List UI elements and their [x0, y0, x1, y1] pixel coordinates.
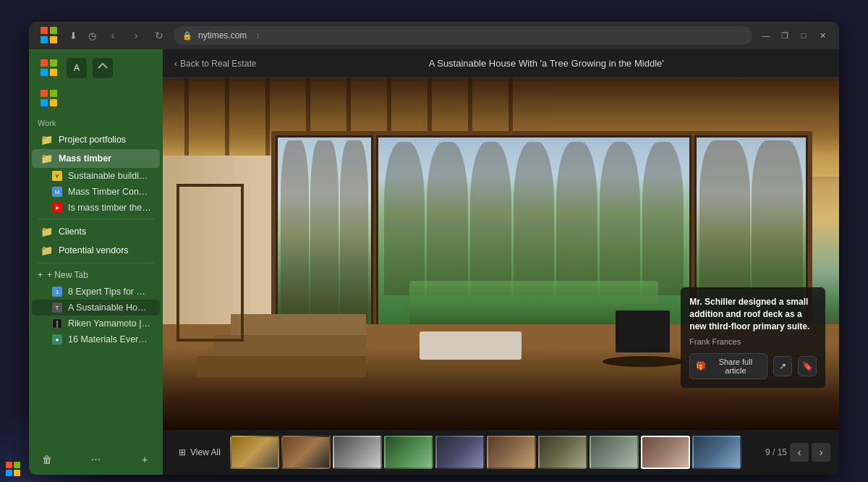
- share-label: Share full article: [710, 358, 761, 375]
- thumbnail-4[interactable]: [384, 436, 433, 469]
- couch: [420, 331, 521, 360]
- browser-window: ⬇ ◷ ‹ › ↻ 🔒 nytimes.com ↕ — ❐ □ ✕: [29, 22, 839, 475]
- main-layout: A: [29, 49, 839, 475]
- gothic-arch: [281, 140, 309, 326]
- sidebar-item-clients[interactable]: 📁 Clients: [32, 222, 160, 241]
- sidebar-item-mass-timber[interactable]: 📁 Mass timber: [32, 149, 160, 168]
- desktop: ⬇ ◷ ‹ › ↻ 🔒 nytimes.com ↕ — ❐ □ ✕: [0, 0, 868, 482]
- win-dot-green: [14, 462, 20, 468]
- sidebar-app-icon-3[interactable]: [93, 58, 113, 78]
- thumbnail-8[interactable]: [590, 436, 639, 469]
- close-button[interactable]: ✕: [814, 28, 830, 43]
- win-dot-red: [6, 462, 12, 468]
- sidebar-recent-tab-expert-tips[interactable]: 1 8 Expert Tips for Stylin...: [32, 284, 160, 300]
- caption-actions: 🎁 Share full article ↗ 🔖: [689, 353, 817, 379]
- folder-icon-vendors: 📁: [41, 245, 53, 256]
- sidebar-divider-1: [38, 219, 154, 219]
- gothic-column: [514, 142, 555, 295]
- caption-overlay: Mr. Schiller designed a small addition a…: [681, 287, 825, 387]
- sidebar-clients-label: Clients: [59, 227, 86, 237]
- stair-3: [231, 314, 366, 335]
- door-frame: [176, 184, 244, 342]
- thumbnail-strip: ⊞ View All: [163, 430, 839, 475]
- folder-icon-clients: 📁: [41, 226, 53, 237]
- refresh-button[interactable]: ↻: [150, 27, 168, 44]
- gothic-arch: [340, 140, 368, 326]
- back-navigation-button[interactable]: ‹: [104, 27, 122, 44]
- bookmark-button[interactable]: 🔖: [798, 356, 817, 376]
- window-controls: — ❐ □ ✕: [758, 28, 830, 43]
- forward-navigation-button[interactable]: ›: [127, 27, 145, 44]
- main-article-image: Mr. Schiller designed a small addition a…: [163, 78, 839, 430]
- recent-tab-label-1: 8 Expert Tips for Stylin...: [68, 287, 151, 297]
- sidebar-trash-button[interactable]: 🗑: [38, 450, 56, 469]
- sidebar-add-button[interactable]: +: [135, 450, 154, 469]
- grid-icon: ⊞: [179, 447, 186, 457]
- sidebar-recent-tab-sustainable-house[interactable]: T A Sustainable House...: [32, 300, 160, 316]
- gothic-column: [556, 142, 597, 295]
- favicon-letter: Y: [55, 173, 59, 179]
- sidebar-more-button[interactable]: ···: [91, 453, 101, 466]
- back-to-real-estate-button[interactable]: ‹ Back to Real Estate: [174, 59, 256, 69]
- caption-author: Frank Frances: [689, 337, 817, 346]
- window-pane-main: [376, 135, 692, 331]
- thumbnail-7[interactable]: [538, 436, 587, 469]
- sidebar-top: A: [29, 49, 163, 87]
- minimize-button[interactable]: —: [758, 28, 774, 43]
- app-icon-colorful[interactable]: [38, 24, 61, 47]
- sidebar-sub-item-mass-timber-constr[interactable]: M Mass Timber Constr...: [32, 184, 160, 200]
- title-bar-left: ⬇ ◷: [38, 24, 98, 47]
- thumbnail-2[interactable]: [281, 436, 331, 469]
- prev-image-button[interactable]: ‹: [790, 443, 809, 462]
- sidebar-bottom: 🗑 ··· +: [29, 444, 163, 475]
- favicon-youtube: ▶: [52, 203, 62, 213]
- sidebar-app-icon-colors-2[interactable]: [38, 87, 61, 110]
- maximize-button[interactable]: □: [796, 28, 812, 43]
- content-area: ‹ Back to Real Estate A Sustainable Hous…: [163, 49, 839, 475]
- thumbnail-1[interactable]: [230, 436, 279, 469]
- bookmark-icon: 🔖: [802, 361, 813, 371]
- sidebar-item-project-portfolios[interactable]: 📁 Project portfolios: [32, 130, 160, 149]
- sidebar-sub-item-sustainable[interactable]: Y Sustainable building...: [32, 168, 160, 184]
- favicon-16-materials: ●: [52, 334, 62, 344]
- thumbnail-10[interactable]: [692, 436, 741, 469]
- sidebar-sub-item-is-mass-timber[interactable]: ▶ Is mass timber the b...: [32, 200, 160, 216]
- sidebar-app-icon-2[interactable]: A: [67, 58, 87, 78]
- chevron-left-icon: ‹: [174, 59, 177, 69]
- window-pane-left: [276, 135, 373, 331]
- gothic-column: [427, 142, 468, 295]
- gothic-arch: [310, 140, 339, 326]
- download-icon[interactable]: ⬇: [67, 29, 80, 42]
- address-bar[interactable]: 🔒 nytimes.com ↕: [174, 26, 752, 45]
- gothic-column: [384, 142, 425, 295]
- history-icon[interactable]: ◷: [85, 29, 98, 42]
- view-all-button[interactable]: ⊞ View All: [171, 443, 228, 462]
- sidebar-item-potential-vendors[interactable]: 📁 Potential vendors: [32, 241, 160, 260]
- thumbnail-9-active[interactable]: [641, 436, 690, 469]
- page-indicator: 9 / 15: [765, 447, 787, 457]
- thumbnail-5[interactable]: [435, 436, 485, 469]
- sidebar-app-icon-1[interactable]: [38, 56, 61, 80]
- gothic-column: [600, 142, 641, 295]
- share-full-article-button[interactable]: 🎁 Share full article: [689, 353, 767, 379]
- recent-tab-label-3: Riken Yamamoto | The...: [68, 318, 151, 329]
- next-image-button[interactable]: ›: [812, 443, 830, 462]
- table: [603, 356, 684, 367]
- sidebar-recent-tab-riken[interactable]: | Riken Yamamoto | The...: [32, 316, 160, 331]
- new-tab-label: + New Tab: [47, 270, 88, 280]
- thumbnail-3[interactable]: [333, 436, 382, 469]
- sidebar: A: [29, 49, 163, 475]
- strip-right: 9 / 15 ‹ ›: [765, 443, 830, 462]
- share-arrow-icon: ↗: [779, 361, 786, 371]
- new-tab-button[interactable]: + + New Tab: [29, 266, 163, 284]
- thumbnail-6[interactable]: [487, 436, 536, 469]
- share-icon-button[interactable]: ↗: [773, 356, 792, 376]
- win-dot-blue: [6, 470, 12, 476]
- sidebar-recent-tab-16-materials[interactable]: ● 16 Materials Every Arc...: [32, 331, 160, 347]
- chair: [616, 310, 670, 352]
- thumbnail-scroll: [230, 436, 763, 469]
- recent-tab-label-2: A Sustainable House...: [68, 303, 151, 313]
- restore-button[interactable]: ❐: [777, 28, 793, 43]
- caption-text: Mr. Schiller designed a small addition a…: [689, 296, 817, 332]
- recent-tab-label-4: 16 Materials Every Arc...: [68, 334, 151, 344]
